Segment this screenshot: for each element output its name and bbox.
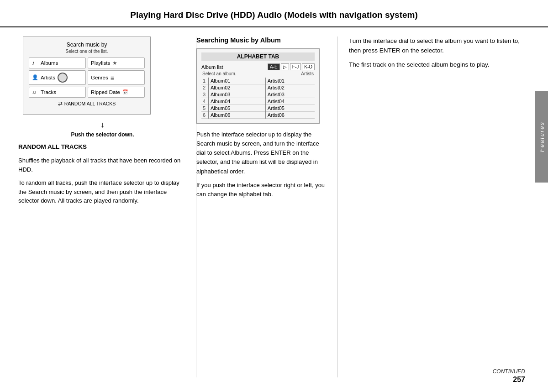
row-artist: Artist05 bbox=[266, 105, 315, 112]
right-column: Turn the interface dial to select the al… bbox=[338, 37, 530, 377]
page-footer: CONTINUED 257 bbox=[493, 368, 525, 384]
random-all-tracks-label: RANDOM ALL TRACKS bbox=[64, 101, 116, 106]
row-artist: Artist04 bbox=[266, 98, 315, 105]
row-artist: Artist03 bbox=[266, 91, 315, 98]
row-artist: Artist06 bbox=[266, 112, 315, 119]
album-section-title: Searching Music by Album bbox=[196, 37, 328, 44]
search-music-subtitle: Select one of the list. bbox=[29, 49, 145, 54]
search-item-playlists[interactable]: Playlists bbox=[88, 57, 145, 68]
album-row[interactable]: 1 Album01 Artist01 bbox=[201, 78, 315, 84]
row-album: Album04 bbox=[209, 98, 266, 105]
row-artist: Artist02 bbox=[266, 84, 315, 91]
mid-para-2: If you push the interface selector right… bbox=[196, 181, 328, 199]
cal-icon bbox=[122, 89, 129, 95]
middle-column: Searching Music by Album ALPHABET TAB Al… bbox=[196, 37, 338, 377]
row-album: Album03 bbox=[209, 91, 266, 98]
alphabet-tabs: A-E ▷ F-J K-O bbox=[268, 63, 315, 70]
page-title: Playing Hard Disc Drive (HDD) Audio (Mod… bbox=[27, 10, 521, 20]
search-item-artists[interactable]: Artists bbox=[29, 70, 86, 85]
album-row[interactable]: 4 Album04 Artist04 bbox=[201, 98, 315, 105]
row-album: Album06 bbox=[209, 112, 266, 119]
page-title-bar: Playing Hard Disc Drive (HDD) Audio (Mod… bbox=[0, 0, 548, 27]
search-music-title: Search music by bbox=[29, 42, 145, 48]
album-ui-box: ALPHABET TAB Album list A-E ▷ F-J K-O Se… bbox=[196, 48, 320, 124]
alphabet-tab-bar: ALPHABET TAB bbox=[201, 52, 315, 61]
search-music-grid: Albums Playlists Artists Genres bbox=[29, 57, 145, 98]
mid-text-content: Push the interface selector up to displa… bbox=[196, 130, 328, 199]
search-item-tracks[interactable]: Tracks bbox=[29, 87, 86, 98]
random-description-1: Shuffles the playback of all tracks that… bbox=[18, 156, 187, 174]
random-all-tracks-heading: RANDOM ALL TRACKS bbox=[18, 143, 87, 150]
album-row[interactable]: 2 Album02 Artist02 bbox=[201, 84, 315, 91]
album-sub-row: Select an album. Artists bbox=[201, 71, 315, 76]
search-music-ui-box: Search music by Select one of the list. … bbox=[23, 37, 151, 115]
album-row[interactable]: 6 Album06 Artist06 bbox=[201, 112, 315, 119]
mid-para-1: Push the interface selector up to displa… bbox=[196, 130, 328, 176]
features-sidebar: Features bbox=[535, 91, 548, 183]
random-all-tracks-row: RANDOM ALL TRACKS bbox=[29, 100, 145, 107]
continued-text: CONTINUED bbox=[493, 368, 525, 375]
tab-arrow: ▷ bbox=[281, 63, 289, 70]
album-row[interactable]: 5 Album05 Artist05 bbox=[201, 105, 315, 112]
search-item-albums[interactable]: Albums bbox=[29, 57, 86, 68]
list-icon bbox=[111, 74, 117, 81]
album-row[interactable]: 3 Album03 Artist03 bbox=[201, 91, 315, 98]
dial-selector bbox=[58, 73, 68, 83]
row-num: 5 bbox=[201, 105, 209, 112]
right-para-1: Turn the interface dial to select the al… bbox=[349, 37, 530, 56]
arrow-down-indicator: ↓ bbox=[18, 120, 187, 130]
left-text-content: RANDOM ALL TRACKS Shuffles the playback … bbox=[18, 142, 187, 205]
album-header-row: Album list A-E ▷ F-J K-O bbox=[201, 63, 315, 70]
note-icon bbox=[32, 89, 38, 95]
row-album: Album05 bbox=[209, 105, 266, 112]
search-item-ripped-date[interactable]: Ripped Date bbox=[88, 87, 145, 98]
album-list-label: Album list bbox=[201, 64, 223, 70]
features-label: Features bbox=[538, 121, 545, 152]
select-album-label: Select an album. bbox=[202, 71, 237, 76]
row-num: 2 bbox=[201, 84, 209, 91]
tab-k-o[interactable]: K-O bbox=[302, 63, 315, 70]
tab-a-e[interactable]: A-E bbox=[268, 63, 280, 70]
tracks-label: Tracks bbox=[41, 89, 56, 95]
left-column: Search music by Select one of the list. … bbox=[18, 37, 196, 377]
star-icon bbox=[112, 60, 119, 66]
row-num: 1 bbox=[201, 78, 209, 84]
artists-label: Artists bbox=[41, 75, 55, 80]
push-selector-label: Push the selector down. bbox=[18, 131, 187, 138]
page-number: 257 bbox=[493, 376, 525, 384]
music-icon bbox=[32, 60, 38, 66]
search-item-genres[interactable]: Genres bbox=[88, 70, 145, 85]
artists-column-label: Artists bbox=[301, 71, 314, 76]
albums-label: Albums bbox=[41, 60, 58, 66]
shuffle-icon bbox=[58, 100, 63, 107]
playlists-label: Playlists bbox=[91, 60, 110, 66]
right-para-2: The first track on the selected album be… bbox=[349, 60, 530, 70]
random-description-2: To random all tracks, push the interface… bbox=[18, 178, 187, 205]
ripped-date-label: Ripped Date bbox=[91, 89, 120, 95]
row-album: Album02 bbox=[209, 84, 266, 91]
row-num: 3 bbox=[201, 91, 209, 98]
row-num: 4 bbox=[201, 98, 209, 105]
tab-f-j[interactable]: F-J bbox=[290, 63, 301, 70]
row-num: 6 bbox=[201, 112, 209, 119]
row-album: Album01 bbox=[209, 78, 266, 84]
person-icon bbox=[32, 74, 38, 81]
row-artist: Artist01 bbox=[266, 78, 315, 84]
album-list-table: 1 Album01 Artist01 2 Album02 Artist02 3 … bbox=[201, 78, 315, 119]
genres-label: Genres bbox=[91, 75, 108, 80]
